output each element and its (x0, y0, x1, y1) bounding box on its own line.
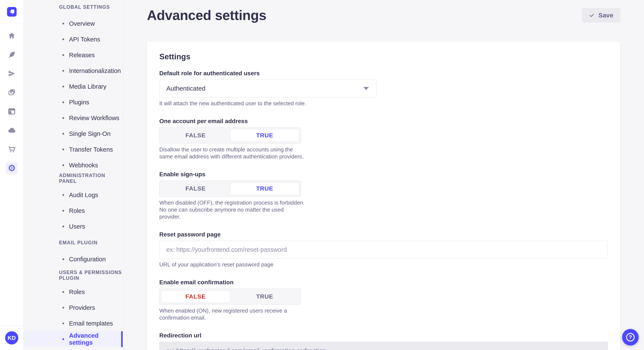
field-hint: When enabled (ON), new registered users … (159, 307, 306, 321)
bullet-icon (62, 38, 64, 40)
bullet-icon (62, 338, 64, 340)
bullet-icon (62, 164, 64, 166)
toggle-false-option[interactable]: FALSE (161, 129, 230, 142)
default-role-select[interactable]: Authenticated (159, 80, 377, 97)
check-icon (589, 12, 595, 18)
sidebar-item-transfer-tokens[interactable]: Transfer Tokens (24, 142, 123, 157)
section-title: USERS & PERMISSIONS PLUGIN (24, 272, 123, 279)
section-title: ADMINISTRATION PANEL (24, 175, 123, 181)
bullet-icon (62, 133, 64, 135)
section-users-permissions-plugin: USERS & PERMISSIONS PLUGIN Roles Provide… (24, 272, 123, 347)
section-title: EMAIL PLUGIN (24, 239, 123, 246)
bullet-icon (62, 149, 64, 150)
field-redirection-url: Redirection url (159, 332, 608, 350)
field-hint: When disabled (OFF), the registration pr… (159, 199, 306, 220)
paper-plane-icon[interactable] (6, 68, 18, 80)
sign-ups-toggle: FALSE TRUE (159, 180, 301, 197)
field-label: Default role for authenticated users (159, 70, 608, 77)
page-title: Advanced settings (147, 7, 266, 23)
field-label: Enable sign-ups (159, 171, 608, 177)
card-title: Settings (159, 52, 608, 61)
bullet-icon (62, 86, 64, 87)
field-label: Redirection url (159, 332, 608, 339)
bullet-icon (62, 23, 64, 24)
section-administration-panel: ADMINISTRATION PANEL Audit Logs Roles Us… (24, 175, 123, 234)
field-hint: Disallow the user to create multiple acc… (159, 146, 306, 160)
rail-bottom: KD (0, 326, 24, 350)
sidebar-item-media-library[interactable]: Media Library (24, 79, 123, 94)
settings-card: Settings Default role for authenticated … (147, 42, 620, 350)
user-avatar[interactable]: KD (5, 331, 18, 345)
sidebar-item-admin-roles[interactable]: Roles (24, 203, 123, 219)
cloud-icon[interactable] (6, 124, 18, 136)
toggle-true-option[interactable]: TRUE (230, 129, 300, 142)
section-global-settings: GLOBAL SETTINGS Overview API Tokens Rele… (24, 4, 123, 173)
bullet-icon (62, 307, 64, 309)
help-button[interactable]: ? (622, 329, 639, 346)
bullet-icon (62, 54, 64, 56)
gear-settings-icon[interactable]: ⚙ (6, 162, 18, 174)
question-mark-icon: ? (626, 333, 635, 342)
field-one-account: One account per email address FALSE TRUE… (159, 118, 608, 160)
field-default-role: Default role for authenticated users Aut… (159, 70, 608, 107)
field-email-confirmation: Enable email confirmation FALSE TRUE Whe… (159, 279, 608, 321)
sidebar-item-webhooks[interactable]: Webhooks (24, 157, 123, 173)
sidebar-item-audit-logs[interactable]: Audit Logs (24, 187, 123, 203)
toggle-true-option[interactable]: TRUE (230, 182, 300, 195)
sidebar-item-internationalization[interactable]: Internationalization (24, 63, 123, 79)
page-header: Advanced settings Save (147, 0, 620, 24)
sidebar-item-review-workflows[interactable]: Review Workflows (24, 110, 123, 126)
bullet-icon (62, 226, 64, 227)
bullet-icon (62, 323, 64, 324)
media-library-icon[interactable] (6, 87, 18, 98)
sidebar-item-email-templates[interactable]: Email templates (24, 316, 123, 331)
strapi-logo[interactable] (7, 7, 16, 16)
icon-rail: ⚙ KD (0, 0, 24, 350)
home-icon[interactable] (6, 30, 18, 42)
chevron-down-icon (363, 87, 369, 90)
bullet-icon (62, 117, 64, 119)
bullet-icon (62, 210, 64, 212)
sidebar-item-providers[interactable]: Providers (24, 300, 123, 316)
cart-icon[interactable] (6, 143, 18, 155)
sidebar-item-up-roles[interactable]: Roles (24, 284, 123, 300)
bullet-icon (62, 291, 64, 293)
sidebar-item-releases[interactable]: Releases (24, 47, 123, 63)
field-hint: It will attach the new authenticated use… (159, 100, 608, 107)
bullet-icon (62, 101, 64, 103)
bullet-icon (62, 70, 64, 72)
field-label: Enable email confirmation (159, 279, 608, 286)
sidebar-item-email-configuration[interactable]: Configuration (24, 251, 123, 267)
field-label: One account per email address (159, 118, 608, 124)
field-sign-ups: Enable sign-ups FALSE TRUE When disabled… (159, 171, 608, 220)
toggle-false-option[interactable]: FALSE (161, 182, 230, 195)
field-reset-password: Reset password page URL of your applicat… (159, 231, 608, 268)
sidebar-item-overview[interactable]: Overview (24, 16, 123, 31)
settings-sidebar: GLOBAL SETTINGS Overview API Tokens Rele… (24, 0, 123, 350)
toggle-true-option[interactable]: TRUE (230, 290, 300, 303)
email-confirmation-toggle: FALSE TRUE (159, 289, 301, 305)
field-label: Reset password page (159, 231, 608, 238)
section-email-plugin: EMAIL PLUGIN Configuration (24, 239, 123, 267)
sidebar-item-single-sign-on[interactable]: Single Sign-On (24, 126, 123, 142)
toggle-false-option[interactable]: FALSE (161, 290, 230, 303)
one-account-toggle: FALSE TRUE (159, 127, 301, 144)
redirection-url-input[interactable] (159, 342, 608, 350)
sidebar-item-api-tokens[interactable]: API Tokens (24, 31, 123, 47)
reset-password-input[interactable] (159, 241, 608, 259)
sidebar-item-admin-users[interactable]: Users (24, 219, 123, 234)
main-content: Advanced settings Save Settings Default … (123, 0, 644, 350)
layout-icon[interactable] (6, 105, 18, 117)
sidebar-item-advanced-settings[interactable]: Advanced settings (24, 331, 123, 347)
content-feather-icon[interactable] (6, 49, 18, 61)
sidebar-item-plugins[interactable]: Plugins (24, 94, 123, 110)
section-title: GLOBAL SETTINGS (24, 4, 123, 10)
field-hint: URL of your application's reset password… (159, 261, 608, 268)
bullet-icon (62, 194, 64, 196)
save-button[interactable]: Save (582, 8, 620, 22)
bullet-icon (62, 258, 64, 260)
